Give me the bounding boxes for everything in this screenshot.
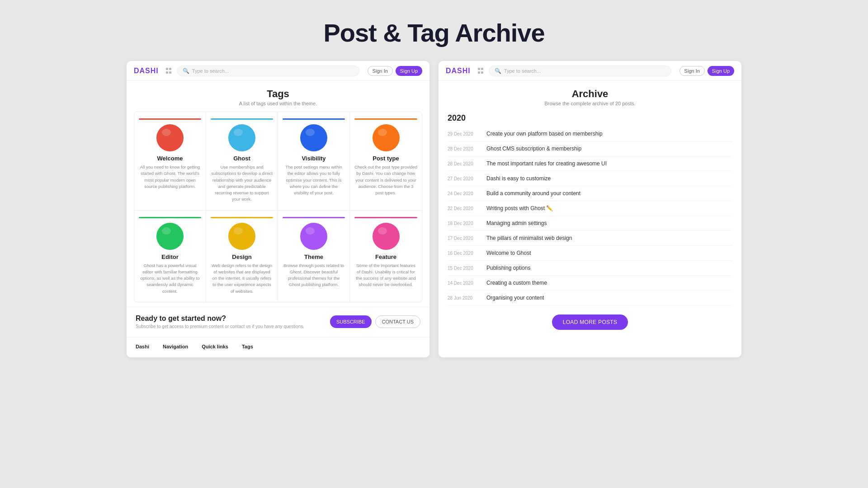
archive-item[interactable]: 16 Dec 2020Welcome to Ghost <box>448 246 732 261</box>
svg-point-15 <box>378 227 387 235</box>
archive-item-date: 18 Dec 2020 <box>448 221 479 226</box>
svg-point-7 <box>378 129 387 136</box>
archive-item-date: 28 Dec 2020 <box>448 161 479 166</box>
archive-search-icon: 🔍 <box>495 68 501 74</box>
archive-grid-icon <box>478 68 484 74</box>
archive-item[interactable]: 18 Dec 2020Managing admin settings <box>448 216 732 231</box>
archive-item-title: Ghost CMS subscription & membership <box>486 145 581 152</box>
svg-point-11 <box>234 227 243 235</box>
tags-search[interactable]: 🔍 Type to search... <box>177 66 359 76</box>
svg-point-6 <box>373 124 400 151</box>
archive-item-title: Build a community around your content <box>486 190 580 197</box>
tag-name: Feature <box>354 253 417 260</box>
archive-logo: DASHI <box>446 67 471 75</box>
archive-item-title: Organising your content <box>486 295 544 301</box>
svg-point-13 <box>306 227 315 235</box>
archive-header: Archive Browse the complete archive of 2… <box>448 88 732 106</box>
footer-col2-title: Navigation <box>163 344 188 349</box>
tag-card[interactable]: GhostUse memberships and subscriptions t… <box>206 112 278 211</box>
tag-image <box>228 124 255 151</box>
tag-image <box>373 124 400 151</box>
archive-year: 2020 <box>448 113 732 123</box>
archive-panel: DASHI 🔍 Type to search... Sign In Sign U… <box>439 61 741 357</box>
tags-signup-button[interactable]: Sign Up <box>396 66 422 76</box>
tag-name: Post type <box>354 155 417 162</box>
tag-name: Theme <box>283 253 345 260</box>
tags-title: Tags <box>134 88 422 100</box>
tag-card[interactable]: VisibilityThe post settings menu within … <box>278 112 350 211</box>
footer-col-nav: Navigation <box>163 344 188 351</box>
cta-text: Ready to get started now? Subscribe to g… <box>136 314 304 329</box>
archive-nav: DASHI 🔍 Type to search... Sign In Sign U… <box>439 61 741 81</box>
cta-section: Ready to get started now? Subscribe to g… <box>127 307 429 336</box>
archive-search[interactable]: 🔍 Type to search... <box>489 66 671 76</box>
tag-image <box>228 223 255 250</box>
svg-point-2 <box>228 124 255 151</box>
search-icon: 🔍 <box>183 68 189 74</box>
svg-point-1 <box>162 129 171 136</box>
footer-strip: Dashi Navigation Quick links Tags <box>127 337 429 357</box>
tag-image <box>300 223 327 250</box>
archive-item-date: 27 Dec 2020 <box>448 176 479 181</box>
archive-item[interactable]: 28 Dec 2020Ghost CMS subscription & memb… <box>448 141 732 156</box>
tags-signin-button[interactable]: Sign In <box>368 66 393 76</box>
page-title: Post & Tag Archive <box>0 18 868 47</box>
archive-item-title: Dashi is easy to customize <box>486 175 551 182</box>
tag-card[interactable]: FeatureSome of the important features of… <box>350 211 422 302</box>
tag-name: Welcome <box>139 155 201 162</box>
tag-card[interactable]: Post typeCheck out the post type provide… <box>350 112 422 211</box>
archive-signup-button[interactable]: Sign Up <box>708 66 734 76</box>
tag-card[interactable]: EditorGhost has a powerful visual editor… <box>134 211 206 302</box>
svg-point-3 <box>234 129 243 136</box>
svg-point-14 <box>373 223 400 250</box>
tag-image <box>156 223 184 250</box>
tags-nav-btns: Sign In Sign Up <box>368 66 422 76</box>
tags-logo: DASHI <box>134 67 159 75</box>
cta-subtitle: Subscribe to get access to premium conte… <box>136 324 304 329</box>
tags-panel: DASHI 🔍 Type to search... Sign In Sign U… <box>127 61 429 357</box>
footer-col3-title: Quick links <box>202 344 228 349</box>
tag-desc: Ghost has a powerful visual editor with … <box>139 263 201 295</box>
svg-point-8 <box>156 223 184 250</box>
contact-button[interactable]: CONTACT US <box>375 315 421 328</box>
tags-content: Tags A list of tags used within the them… <box>127 81 429 302</box>
archive-title: Archive <box>448 88 732 100</box>
archive-item[interactable]: 24 Dec 2020Build a community around your… <box>448 186 732 201</box>
footer-col-dashi: Dashi <box>136 344 149 351</box>
tag-card[interactable]: ThemeBrowse through posts related to Gho… <box>278 211 350 302</box>
archive-item-title: Creating a custom theme <box>486 280 547 286</box>
tags-nav: DASHI 🔍 Type to search... Sign In Sign U… <box>127 61 429 81</box>
archive-item-date: 14 Dec 2020 <box>448 281 479 286</box>
archive-item[interactable]: 14 Dec 2020Creating a custom theme <box>448 276 732 291</box>
tags-header: Tags A list of tags used within the them… <box>134 88 422 106</box>
archive-content: Archive Browse the complete archive of 2… <box>439 81 741 305</box>
archive-item[interactable]: 15 Dec 2020Publishing options <box>448 261 732 276</box>
archive-item[interactable]: 29 Dec 2020Create your own platform base… <box>448 127 732 141</box>
footer-col4-title: Tags <box>242 344 253 349</box>
subscribe-button[interactable]: SUBSCRIBE <box>330 315 372 328</box>
tag-image <box>156 124 184 151</box>
search-placeholder: Type to search... <box>192 68 229 74</box>
archive-signin-button[interactable]: Sign In <box>679 66 705 76</box>
tag-desc: Some of the important features of Dashi.… <box>354 263 417 288</box>
archive-item-title: Publishing options <box>486 265 530 271</box>
archive-item-date: 28 Jun 2020 <box>448 296 479 300</box>
svg-point-10 <box>228 223 255 250</box>
archive-item-title: The most important rules for creating aw… <box>486 160 607 167</box>
archive-item[interactable]: 17 Dec 2020The pillars of minimalist web… <box>448 231 732 246</box>
tag-desc: Browse through posts related to Ghost. D… <box>283 263 345 288</box>
tag-desc: The post settings menu within the editor… <box>283 164 345 196</box>
archive-item[interactable]: 28 Dec 2020The most important rules for … <box>448 156 732 171</box>
archive-item[interactable]: 28 Jun 2020Organising your content <box>448 291 732 305</box>
archive-item-title: The pillars of minimalist web design <box>486 235 572 241</box>
archive-item[interactable]: 27 Dec 2020Dashi is easy to customize <box>448 171 732 186</box>
archive-item-title: Writing posts with Ghost ✏️ <box>486 205 553 211</box>
archive-item[interactable]: 22 Dec 2020Writing posts with Ghost ✏️ <box>448 201 732 216</box>
archive-item-title: Managing admin settings <box>486 220 547 226</box>
load-more-button[interactable]: LOAD MORE POSTS <box>552 314 628 330</box>
tag-card[interactable]: DesignWeb design refers to the design of… <box>206 211 278 302</box>
svg-point-0 <box>156 124 184 151</box>
cta-buttons: SUBSCRIBE CONTACT US <box>330 315 420 328</box>
tag-name: Editor <box>139 253 201 260</box>
tag-card[interactable]: WelcomeAll you need to know for getting … <box>134 112 206 211</box>
